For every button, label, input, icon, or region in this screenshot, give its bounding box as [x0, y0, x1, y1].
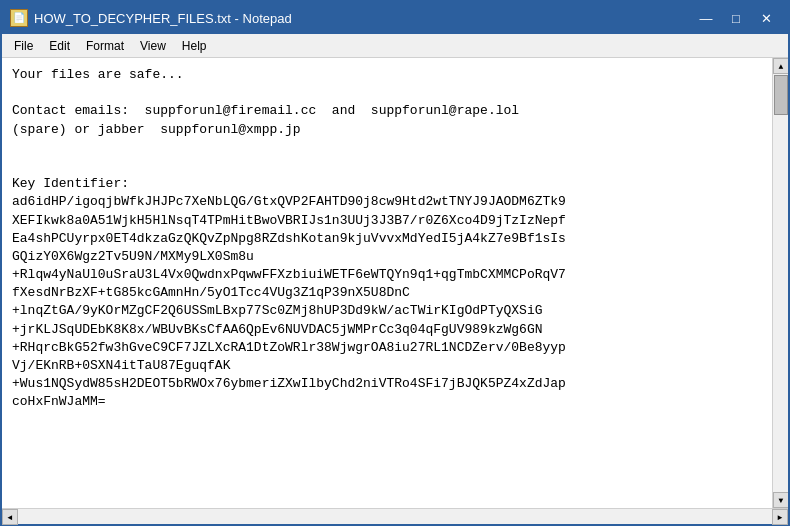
- notepad-window: 📄 HOW_TO_DECYPHER_FILES.txt - Notepad — …: [0, 0, 790, 526]
- content-area: Your files are safe... Contact emails: s…: [2, 58, 788, 508]
- maximize-button[interactable]: □: [722, 7, 750, 29]
- horizontal-scroll-track[interactable]: [18, 509, 772, 524]
- text-editor[interactable]: Your files are safe... Contact emails: s…: [2, 58, 772, 508]
- scroll-right-arrow[interactable]: ►: [772, 509, 788, 525]
- vertical-scrollbar[interactable]: ▲ ▼: [772, 58, 788, 508]
- menu-help[interactable]: Help: [174, 37, 215, 55]
- minimize-button[interactable]: —: [692, 7, 720, 29]
- window-title: HOW_TO_DECYPHER_FILES.txt - Notepad: [34, 11, 692, 26]
- app-icon-symbol: 📄: [13, 12, 25, 24]
- app-icon: 📄: [10, 9, 28, 27]
- scrollbar-thumb[interactable]: [774, 75, 788, 115]
- title-bar: 📄 HOW_TO_DECYPHER_FILES.txt - Notepad — …: [2, 2, 788, 34]
- scroll-down-arrow[interactable]: ▼: [773, 492, 788, 508]
- menu-format[interactable]: Format: [78, 37, 132, 55]
- menu-view[interactable]: View: [132, 37, 174, 55]
- scroll-left-arrow[interactable]: ◄: [2, 509, 18, 525]
- scroll-up-arrow[interactable]: ▲: [773, 58, 788, 74]
- menu-edit[interactable]: Edit: [41, 37, 78, 55]
- menu-file[interactable]: File: [6, 37, 41, 55]
- horizontal-scrollbar[interactable]: ◄ ►: [2, 508, 788, 524]
- close-button[interactable]: ✕: [752, 7, 780, 29]
- window-controls: — □ ✕: [692, 7, 780, 29]
- menu-bar: File Edit Format View Help: [2, 34, 788, 58]
